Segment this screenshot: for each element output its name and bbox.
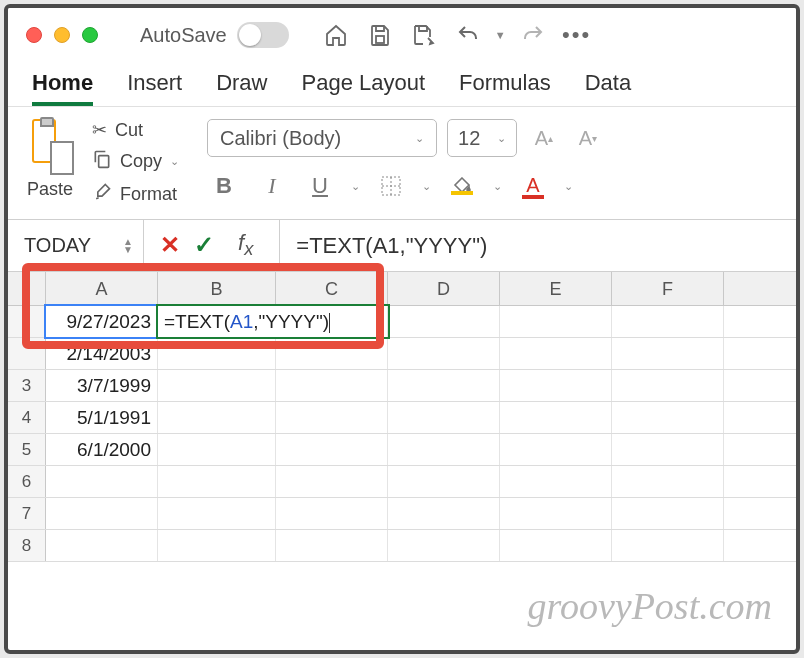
col-header-d[interactable]: D — [388, 272, 500, 305]
tab-draw[interactable]: Draw — [216, 70, 267, 106]
cell[interactable] — [158, 466, 276, 497]
row-header[interactable]: 3 — [8, 370, 46, 401]
cell[interactable] — [158, 338, 276, 369]
cell[interactable] — [388, 530, 500, 561]
cell[interactable]: 5/1/1991 — [46, 402, 158, 433]
cell[interactable] — [500, 306, 612, 337]
tab-formulas[interactable]: Formulas — [459, 70, 551, 106]
font-name-select[interactable]: Calibri (Body) ⌄ — [207, 119, 437, 157]
col-header-b[interactable]: B — [158, 272, 276, 305]
col-header-f[interactable]: F — [612, 272, 724, 305]
col-header-e[interactable]: E — [500, 272, 612, 305]
cell[interactable] — [388, 306, 500, 337]
cell[interactable] — [158, 530, 276, 561]
cell[interactable] — [612, 402, 724, 433]
cell[interactable] — [612, 434, 724, 465]
cell[interactable] — [612, 338, 724, 369]
cell[interactable] — [612, 530, 724, 561]
tab-insert[interactable]: Insert — [127, 70, 182, 106]
save-edit-icon[interactable] — [407, 18, 441, 52]
undo-dropdown[interactable]: ▼ — [495, 29, 506, 41]
fill-color-button[interactable] — [445, 169, 479, 203]
underline-button[interactable]: U — [303, 169, 337, 203]
cell[interactable] — [158, 434, 276, 465]
copy-button[interactable]: Copy ⌄ — [92, 149, 179, 174]
cell[interactable] — [276, 498, 388, 529]
cell[interactable] — [276, 466, 388, 497]
zoom-button[interactable] — [82, 27, 98, 43]
font-color-button[interactable]: A — [516, 169, 550, 203]
cell[interactable] — [276, 338, 388, 369]
cell[interactable] — [388, 370, 500, 401]
name-box[interactable]: TODAY ▲▼ — [8, 220, 144, 272]
cell[interactable] — [388, 498, 500, 529]
tab-home[interactable]: Home — [32, 70, 93, 106]
cell[interactable] — [276, 370, 388, 401]
cell[interactable] — [158, 498, 276, 529]
increase-font-icon[interactable]: A▴ — [527, 119, 561, 157]
cell[interactable] — [388, 434, 500, 465]
save-icon[interactable] — [363, 18, 397, 52]
cell[interactable]: 2/14/2003 — [46, 338, 158, 369]
format-painter-button[interactable]: Format — [92, 182, 179, 207]
cell[interactable] — [388, 402, 500, 433]
cell[interactable] — [276, 402, 388, 433]
cell[interactable] — [388, 466, 500, 497]
row-header[interactable] — [8, 306, 46, 337]
cell[interactable] — [500, 370, 612, 401]
row-header[interactable]: 6 — [8, 466, 46, 497]
col-header-c[interactable]: C — [276, 272, 388, 305]
name-box-stepper[interactable]: ▲▼ — [123, 238, 133, 254]
chevron-down-icon[interactable]: ⌄ — [564, 180, 573, 193]
cell[interactable] — [500, 402, 612, 433]
row-header[interactable]: 5 — [8, 434, 46, 465]
cell[interactable] — [46, 466, 158, 497]
col-header-a[interactable]: A — [46, 272, 158, 305]
cancel-icon[interactable]: ✕ — [160, 231, 180, 259]
row-header[interactable]: 8 — [8, 530, 46, 561]
cell[interactable] — [46, 530, 158, 561]
more-icon[interactable]: ••• — [560, 18, 594, 52]
cell[interactable] — [46, 498, 158, 529]
font-size-select[interactable]: 12 ⌄ — [447, 119, 517, 157]
home-icon[interactable] — [319, 18, 353, 52]
enter-icon[interactable]: ✓ — [194, 231, 214, 259]
row-header[interactable] — [8, 338, 46, 369]
cut-button[interactable]: ✂ Cut — [92, 119, 179, 141]
close-button[interactable] — [26, 27, 42, 43]
italic-button[interactable]: I — [255, 169, 289, 203]
cell[interactable] — [612, 370, 724, 401]
chevron-down-icon[interactable]: ⌄ — [422, 180, 431, 193]
cell-b1-editing[interactable]: =TEXT(A1,"YYYY") — [158, 306, 388, 337]
cell[interactable] — [500, 434, 612, 465]
cell[interactable] — [158, 402, 276, 433]
border-button[interactable] — [374, 169, 408, 203]
cell[interactable] — [612, 306, 724, 337]
cell[interactable] — [500, 530, 612, 561]
row-header[interactable]: 7 — [8, 498, 46, 529]
redo-icon[interactable] — [516, 18, 550, 52]
row-header[interactable]: 4 — [8, 402, 46, 433]
cell[interactable] — [276, 530, 388, 561]
decrease-font-icon[interactable]: A▾ — [571, 119, 605, 157]
cell[interactable] — [158, 370, 276, 401]
cell[interactable]: 3/7/1999 — [46, 370, 158, 401]
cell-a1[interactable]: 9/27/2023 — [46, 306, 158, 337]
select-all-corner[interactable] — [8, 272, 46, 305]
minimize-button[interactable] — [54, 27, 70, 43]
autosave-toggle[interactable] — [237, 22, 289, 48]
tab-data[interactable]: Data — [585, 70, 631, 106]
cell[interactable] — [388, 338, 500, 369]
cell[interactable] — [276, 434, 388, 465]
chevron-down-icon[interactable]: ⌄ — [493, 180, 502, 193]
formula-bar-input[interactable]: =TEXT(A1,"YYYY") — [279, 220, 796, 272]
tab-page-layout[interactable]: Page Layout — [302, 70, 426, 106]
cell[interactable] — [612, 498, 724, 529]
undo-icon[interactable] — [451, 18, 485, 52]
cell[interactable] — [500, 338, 612, 369]
cell[interactable] — [500, 498, 612, 529]
bold-button[interactable]: B — [207, 169, 241, 203]
chevron-down-icon[interactable]: ⌄ — [351, 180, 360, 193]
fx-icon[interactable]: fx — [228, 230, 263, 260]
cell[interactable] — [612, 466, 724, 497]
